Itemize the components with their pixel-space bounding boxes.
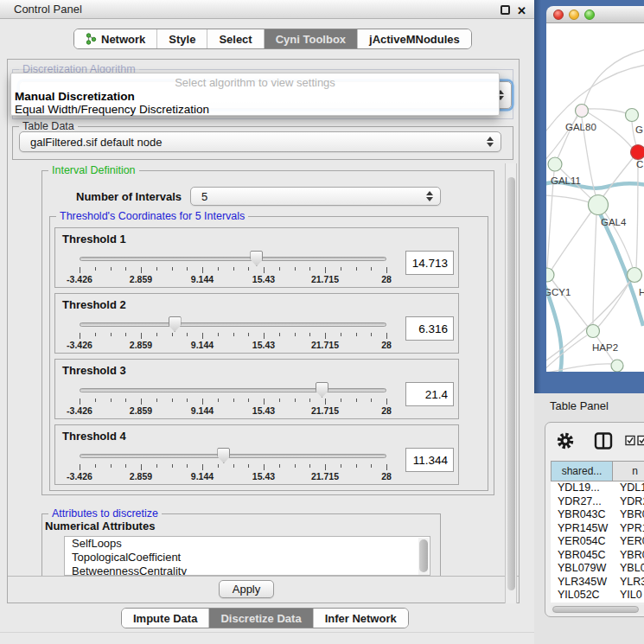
network-node-gal11[interactable]: [548, 157, 562, 171]
network-node-hap2[interactable]: [587, 325, 600, 338]
network-window-titlebar[interactable]: [546, 6, 644, 23]
interval-definition-title: Interval Definition: [48, 164, 139, 176]
tick-label: 2.859: [130, 274, 152, 284]
list-item[interactable]: TopologicalCoefficient: [65, 551, 430, 564]
table-row[interactable]: YBL079WYBL0: [551, 562, 644, 576]
minimize-traffic-light-icon[interactable]: [569, 10, 579, 20]
tab-label: Cyni Toolbox: [276, 33, 346, 46]
close-icon[interactable]: ✕: [517, 5, 528, 16]
algorithm-option-equal-width[interactable]: Equal Width/Frequency Discretization: [15, 103, 209, 116]
slider-track[interactable]: [80, 257, 386, 261]
slider-tick: [295, 399, 296, 402]
attributes-scrollbar[interactable]: [418, 538, 429, 576]
edge: [636, 160, 638, 268]
table-row[interactable]: YDR27...YDR2: [551, 495, 644, 509]
node-table[interactable]: shared...n YDL19...YDL1YDR27...YDR2YBR04…: [551, 461, 644, 603]
slider-tick: [172, 399, 173, 402]
slider-tick: [386, 399, 387, 405]
slider-tick: [80, 399, 80, 405]
column-header-n[interactable]: n: [613, 461, 644, 481]
slider-tick: [80, 464, 80, 470]
slider-thumb[interactable]: [217, 448, 230, 463]
numerical-attributes-label: Numerical Attributes: [45, 520, 155, 532]
tab-select[interactable]: Select: [207, 29, 264, 48]
numerical-attributes-list[interactable]: SelfLoopsTopologicalCoefficientBetweenne…: [64, 536, 430, 576]
table-data-combo[interactable]: galFiltered.sif default node: [19, 131, 501, 152]
column-layout-icon[interactable]: [594, 431, 613, 450]
select-columns-checkboxes-icon[interactable]: [625, 435, 644, 446]
tab-discretize-data[interactable]: Discretize Data: [209, 609, 313, 628]
tab-style[interactable]: Style: [157, 29, 207, 48]
apply-button[interactable]: Apply: [219, 580, 274, 598]
slider-tick: [386, 267, 387, 273]
slider-track[interactable]: [80, 454, 386, 458]
threshold-value-field[interactable]: [405, 448, 454, 472]
threshold-value-field[interactable]: [405, 251, 454, 275]
slider-thumb[interactable]: [250, 251, 263, 266]
table-hscrollbar[interactable]: [551, 605, 644, 614]
network-node-gcy1[interactable]: [546, 268, 554, 282]
edge: [546, 335, 587, 370]
network-node-gal80[interactable]: [576, 105, 589, 118]
table-rows: YDL19...YDL1YDR27...YDR2YBR043CYBR0YPR14…: [551, 481, 644, 603]
tab-label: Infer Network: [325, 612, 397, 625]
cell-name: YBR0: [613, 549, 644, 563]
tab-cyni-toolbox[interactable]: Cyni Toolbox: [265, 29, 358, 48]
network-node[interactable]: [611, 360, 623, 372]
table-row[interactable]: YDL19...YDL1: [551, 481, 644, 495]
node-label: C: [636, 159, 643, 169]
float-window-icon[interactable]: [501, 5, 510, 15]
close-traffic-light-icon[interactable]: [553, 10, 564, 20]
slider-track[interactable]: [80, 388, 386, 392]
control-panel-titlebar: Control Panel ✕: [0, 0, 536, 19]
table-row[interactable]: YER054CYER0: [551, 535, 644, 549]
tick-label: 2.859: [130, 405, 152, 416]
table-row[interactable]: YIL052CYIL0: [551, 589, 644, 603]
table-row[interactable]: YPR145WYPR1: [551, 522, 644, 536]
slider-tick: [233, 267, 234, 271]
network-node-c[interactable]: [631, 145, 644, 160]
slider-tick: [125, 399, 126, 402]
slider-track[interactable]: [80, 322, 386, 327]
network-node-g[interactable]: [626, 109, 639, 122]
network-node-gal4[interactable]: [589, 195, 609, 215]
table-row[interactable]: YBR043CYBR0: [551, 508, 644, 522]
threshold-box-3: Threshold 3-3.4262.8599.14415.4321.71528: [54, 359, 459, 419]
slider-thumb[interactable]: [169, 316, 182, 332]
table-row[interactable]: YLR345WYLR3: [551, 576, 644, 590]
list-item[interactable]: BetweennessCentrality: [65, 564, 430, 576]
tab-network[interactable]: Network: [74, 29, 157, 48]
num-intervals-combo[interactable]: 5: [190, 187, 441, 206]
list-item[interactable]: SelfLoops: [65, 537, 430, 551]
tab-jactivemnodules[interactable]: jActiveMNodules: [358, 29, 471, 48]
slider-tick: [111, 333, 112, 336]
slider-tick: [264, 333, 265, 339]
content-scrollbar[interactable]: [505, 163, 517, 603]
algorithm-option-manual[interactable]: Manual Discretization: [15, 90, 135, 103]
column-header-shared[interactable]: shared...: [551, 461, 613, 481]
tick-label: 15.43: [252, 405, 275, 416]
node-label: H: [639, 287, 644, 297]
gear-icon[interactable]: [556, 431, 575, 450]
slider-tick: [172, 464, 173, 468]
tick-label: 9.144: [191, 471, 214, 481]
threshold-value-field[interactable]: [405, 316, 454, 341]
cell-shared-name: YBR045C: [551, 549, 613, 563]
slider-tick: [295, 267, 296, 271]
slider-thumb[interactable]: [316, 382, 328, 398]
threshold-value-field[interactable]: [405, 382, 454, 406]
slider-tick: [218, 333, 219, 336]
slider-tick: [371, 399, 372, 402]
zoom-traffic-light-icon[interactable]: [584, 10, 595, 20]
tab-infer-network[interactable]: Infer Network: [314, 609, 408, 628]
combo-arrows-icon: [426, 191, 433, 201]
slider-tick: [95, 267, 96, 271]
network-node-h[interactable]: [628, 268, 642, 283]
table-row[interactable]: YBR045CYBR0: [551, 549, 644, 563]
slider-tick: [187, 399, 188, 402]
tick-label: 21.715: [311, 471, 339, 481]
slider-tick: [95, 399, 96, 402]
tab-impute-data[interactable]: Impute Data: [122, 609, 209, 628]
slider-tick: [341, 267, 341, 271]
network-canvas[interactable]: GAL80GCGAL11GAL4GCY1HHAP2: [546, 23, 644, 372]
